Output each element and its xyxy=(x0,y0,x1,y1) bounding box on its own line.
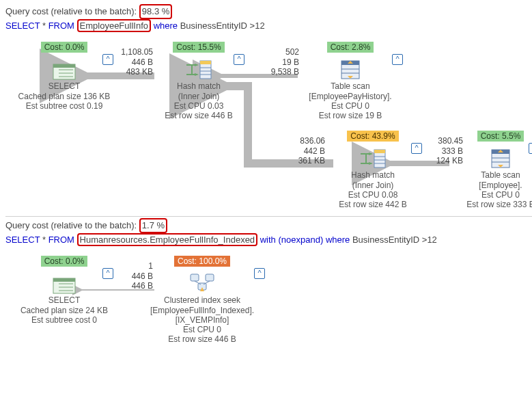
cost-badge: Cost: 43.9% xyxy=(347,131,398,142)
node-detail: Cached plan size 136 KB xyxy=(16,92,112,101)
kw-where: where xyxy=(326,235,350,245)
expand-toggle[interactable]: ^ xyxy=(234,54,244,65)
node-label: Clustered index seek xyxy=(141,295,264,305)
node-detail: Est CPU 0 xyxy=(299,101,402,111)
kw-where: where xyxy=(154,21,178,31)
node-detail: Est row size 442 B xyxy=(325,200,421,209)
query1-predicate: BusinessEntityID >12 xyxy=(180,21,265,31)
query1-cost-pct: 98.3 % xyxy=(142,6,169,16)
divider xyxy=(5,216,532,217)
query2-object: Humanresources.EmployeeFullInfo_Indexed xyxy=(80,235,255,245)
expand-toggle[interactable]: ^ xyxy=(102,54,113,65)
node-detail: Est row size 446 B xyxy=(141,334,264,344)
node-detail: Est row size 446 B xyxy=(154,111,243,120)
cost-badge: Cost: 0.0% xyxy=(41,256,88,267)
node-hash-match[interactable]: Cost: 15.5% ^ Hash match (Inner Join) Es… xyxy=(154,42,243,120)
node-label: Table scan xyxy=(299,81,402,91)
query2-object-highlight: Humanresources.EmployeeFullInfo_Indexed xyxy=(77,233,258,246)
node-table-scan[interactable]: Cost: 5.5% ^ Table scan [Employee]. Est … xyxy=(463,131,532,209)
node-sublabel: [EmployeeFullInfo_Indexed]. xyxy=(141,306,264,315)
table-scan-icon xyxy=(340,59,361,80)
query1-cost-prefix: Query cost (relative to the batch) xyxy=(5,6,135,16)
query1-sql: SELECT * FROM EmployeeFullInfo where Bus… xyxy=(5,19,532,32)
hash-match-icon xyxy=(359,148,387,169)
query2-cost-prefix: Query cost (relative to the batch) xyxy=(5,220,135,230)
cost-badge: Cost: 100.0% xyxy=(174,256,230,267)
edge-stats: 502 19 B 9,538 B xyxy=(264,47,299,77)
query1-object-highlight: EmployeeFullInfo xyxy=(77,19,151,32)
query2-predicate: BusinessEntityID >12 xyxy=(352,235,437,245)
node-detail: Est CPU 0 xyxy=(141,325,264,334)
query2-sql: SELECT * FROM Humanresources.EmployeeFul… xyxy=(5,233,532,246)
svg-rect-9 xyxy=(200,61,211,64)
node-detail: Est CPU 0 xyxy=(463,190,532,200)
node-detail: Est CPU 0.03 xyxy=(154,101,243,111)
node-detail: Est subtree cost 0.19 xyxy=(16,101,112,111)
node-clustered-index-seek[interactable]: Cost: 100.0% ^ Clustered index seek [Emp… xyxy=(141,256,264,343)
kw-select: SELECT xyxy=(5,21,40,31)
svg-rect-28 xyxy=(53,278,75,282)
node-detail: Est row size 19 B xyxy=(299,111,402,120)
edge-stats: 1,108.05 446 B 483 KB xyxy=(113,47,153,77)
node-detail: Cached plan size 24 KB xyxy=(16,306,112,315)
node-detail: Est subtree cost 0 xyxy=(16,315,112,325)
kw-from: FROM xyxy=(48,21,74,31)
query2-header: Query cost (relative to the batch): 1.7 … xyxy=(5,218,532,233)
node-label: Hash match xyxy=(154,81,243,91)
svg-rect-4 xyxy=(53,64,75,68)
index-seek-icon xyxy=(188,272,216,294)
expand-toggle[interactable]: ^ xyxy=(254,268,265,279)
svg-rect-33 xyxy=(206,274,214,281)
query2-cost-highlight: 1.7 % xyxy=(139,218,167,233)
expand-toggle[interactable]: ^ xyxy=(411,143,422,154)
svg-rect-18 xyxy=(374,150,385,153)
cost-badge: Cost: 5.5% xyxy=(477,131,524,142)
noexpand-hint: (noexpand) xyxy=(278,235,323,245)
query1-object: EmployeeFullInfo xyxy=(80,21,148,31)
node-sublabel: (Inner Join) xyxy=(325,181,421,190)
edge-stats: 836.06 442 B 361 KB xyxy=(290,136,325,165)
node-select[interactable]: Cost: 0.0% ^ SELECT Cached plan size 24 … xyxy=(16,256,112,324)
cost-badge: Cost: 2.8% xyxy=(327,42,374,53)
query1-cost-highlight: 98.3 % xyxy=(139,4,172,19)
svg-rect-32 xyxy=(191,274,199,281)
kw-with: with xyxy=(260,235,276,245)
node-sublabel: [EmployeePayHistory]. xyxy=(299,92,402,101)
node-detail: Est row size 333 B xyxy=(463,200,532,209)
select-icon xyxy=(53,61,76,80)
query1-plan[interactable]: Cost: 0.0% ^ SELECT Cached plan size 136… xyxy=(5,35,532,216)
node-sublabel: [Employee]. xyxy=(463,181,532,190)
node-hash-match[interactable]: Cost: 43.9% ^ Hash match (Inner Join) Es… xyxy=(325,131,421,209)
node-label: SELECT xyxy=(16,81,112,91)
expand-toggle[interactable]: ^ xyxy=(102,268,113,279)
node-sublabel: [IX_VEMPInfo] xyxy=(141,315,264,325)
node-detail: Est CPU 0.08 xyxy=(325,190,421,200)
node-label: Table scan xyxy=(463,170,532,180)
expand-toggle[interactable]: ^ xyxy=(529,143,532,154)
query2-plan[interactable]: Cost: 0.0% ^ SELECT Cached plan size 24 … xyxy=(5,249,532,392)
expand-toggle[interactable]: ^ xyxy=(392,54,403,65)
edge-stats: 380.45 333 B 124 KB xyxy=(428,136,463,165)
node-sublabel: (Inner Join) xyxy=(154,92,243,101)
hash-match-icon xyxy=(185,59,212,80)
query2-cost-pct: 1.7 % xyxy=(142,220,165,230)
table-scan-icon xyxy=(490,148,511,169)
cost-badge: Cost: 0.0% xyxy=(41,42,88,53)
node-table-scan[interactable]: Cost: 2.8% ^ Table scan [EmployeePayHist… xyxy=(299,42,402,120)
cost-badge: Cost: 15.5% xyxy=(173,42,224,53)
query1-header: Query cost (relative to the batch): 98.3… xyxy=(5,4,532,19)
select-icon xyxy=(53,275,76,294)
kw-from: FROM xyxy=(48,235,74,245)
node-label: Hash match xyxy=(325,170,421,180)
node-label: SELECT xyxy=(16,295,112,305)
kw-select: SELECT xyxy=(5,235,40,245)
node-select[interactable]: Cost: 0.0% ^ SELECT Cached plan size 136… xyxy=(16,42,112,110)
